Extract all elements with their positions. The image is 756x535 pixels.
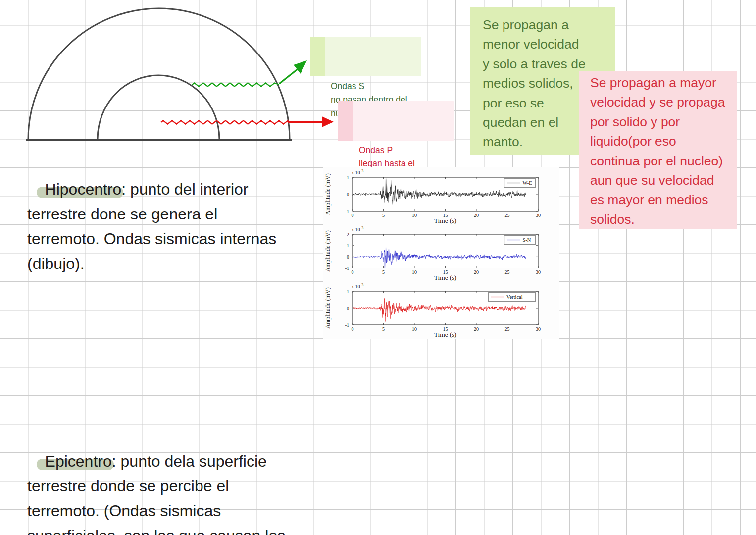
svg-text:10: 10 <box>412 326 417 332</box>
svg-text:30: 30 <box>536 269 541 275</box>
svg-text:S-N: S-N <box>523 237 531 243</box>
s-wave-arrow <box>192 60 307 87</box>
ondas-p-label-box[interactable]: Ondas P llegan hasta el nucleo interno <box>338 101 454 141</box>
seismogram-subplot: 05101520253010-1 x 10-3 Time (s) Amplitu… <box>323 167 559 224</box>
svg-text:-1: -1 <box>345 209 349 214</box>
svg-text:5: 5 <box>382 269 385 275</box>
svg-text:5: 5 <box>382 326 385 332</box>
svg-text:1: 1 <box>347 289 349 294</box>
svg-text:5: 5 <box>382 213 385 218</box>
svg-text:0: 0 <box>347 254 349 260</box>
svg-text:1: 1 <box>347 175 349 180</box>
svg-text:x 10-3: x 10-3 <box>352 283 363 289</box>
svg-text:Amplitude (mV): Amplitude (mV) <box>324 230 331 272</box>
svg-text:W-E: W-E <box>523 180 532 186</box>
svg-text:-1: -1 <box>345 322 349 328</box>
p-wave-sticky-note[interactable]: Se propagan a mayor velocidad y se propa… <box>579 71 737 229</box>
ondas-p-label-strip <box>338 101 353 141</box>
svg-text:25: 25 <box>505 326 510 332</box>
svg-text:0: 0 <box>347 192 349 197</box>
svg-text:Time (s): Time (s) <box>434 331 457 338</box>
svg-text:1: 1 <box>347 243 349 248</box>
svg-text:Time (s): Time (s) <box>434 217 457 224</box>
svg-text:20: 20 <box>474 269 479 275</box>
svg-text:30: 30 <box>536 326 541 332</box>
svg-text:2: 2 <box>347 232 349 237</box>
hipocentro-term: Hipocentro <box>45 180 122 198</box>
p-wave-arrow <box>161 116 334 127</box>
svg-text:x 10-3: x 10-3 <box>352 169 363 175</box>
seismogram-subplot: 051015202530210-1 x 10-3 Time (s) Amplit… <box>323 224 559 281</box>
svg-text:10: 10 <box>412 213 417 218</box>
svg-text:25: 25 <box>505 269 510 275</box>
svg-text:25: 25 <box>505 213 510 218</box>
svg-text:0: 0 <box>352 269 354 275</box>
ondas-s-label-box[interactable]: Ondas S no pasan dentro del nucleo <box>310 37 421 76</box>
epicentro-term: Epicentro <box>45 452 112 470</box>
svg-text:-1: -1 <box>345 266 349 271</box>
svg-text:0: 0 <box>352 326 354 332</box>
svg-text:0: 0 <box>352 213 354 218</box>
seismogram-subplot: 05101520253010-1 x 10-3 Time (s) Amplitu… <box>323 281 559 338</box>
svg-text:30: 30 <box>536 213 541 218</box>
svg-text:20: 20 <box>474 326 479 332</box>
seismogram-image[interactable]: 05101520253010-1 x 10-3 Time (s) Amplitu… <box>323 167 559 339</box>
epicentro-definition: Epicentro: punto dela superficie terrest… <box>27 424 756 535</box>
svg-text:0: 0 <box>347 306 349 311</box>
svg-text:10: 10 <box>412 269 417 275</box>
svg-text:20: 20 <box>474 213 479 218</box>
svg-text:Time (s): Time (s) <box>434 274 457 281</box>
notes-page: Ondas S no pasan dentro del nucleo Ondas… <box>0 0 756 535</box>
svg-text:Amplitude (mV): Amplitude (mV) <box>324 287 331 329</box>
svg-text:x 10-3: x 10-3 <box>352 226 363 232</box>
svg-text:Vertical: Vertical <box>506 294 523 300</box>
earth-layers <box>26 8 292 140</box>
ondas-s-label-strip <box>310 37 325 76</box>
svg-text:Amplitude (mV): Amplitude (mV) <box>324 173 331 215</box>
